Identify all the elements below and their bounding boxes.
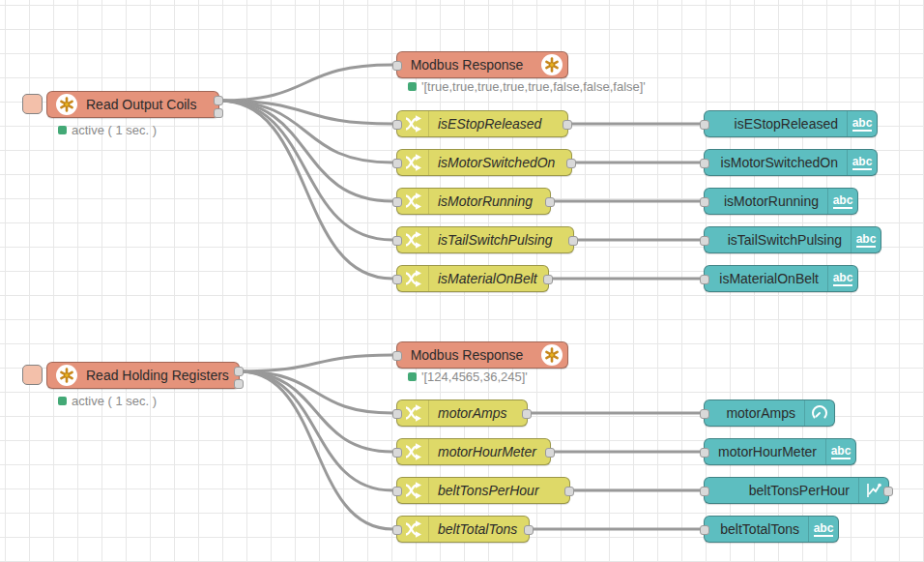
flow-canvas[interactable]: Read Output Coils active ( 1 sec. ) Modb… xyxy=(0,0,924,562)
status-dot xyxy=(58,126,67,134)
node-change-isMotorSwitchedOn[interactable]: isMotorSwitchedOn xyxy=(396,149,572,176)
modbus-flower-icon xyxy=(541,54,563,75)
modbus-flower-icon xyxy=(541,344,563,366)
output-port[interactable] xyxy=(883,487,893,496)
output-port[interactable] xyxy=(543,275,553,284)
node-ui-isEStopReleased[interactable]: isEStopReleased abc xyxy=(704,110,878,137)
output-port-2[interactable] xyxy=(214,108,223,118)
input-port[interactable] xyxy=(700,448,709,458)
modbus-flower-icon xyxy=(56,365,77,386)
output-port[interactable] xyxy=(545,197,555,207)
node-change-isTailSwitchPulsing[interactable]: isTailSwitchPulsing xyxy=(396,226,574,253)
node-status: '[124,4565,36,245]' xyxy=(408,370,528,384)
input-port[interactable] xyxy=(700,487,709,496)
input-port[interactable] xyxy=(392,487,402,496)
output-port[interactable] xyxy=(568,236,578,246)
input-port[interactable] xyxy=(392,159,402,168)
output-port-1[interactable] xyxy=(234,367,244,376)
input-port[interactable] xyxy=(392,525,402,535)
inject-button[interactable] xyxy=(22,365,43,385)
status-text: '[true,true,true,true,true,false,false,f… xyxy=(421,79,646,94)
input-port[interactable] xyxy=(392,197,402,207)
gauge-icon xyxy=(804,400,834,426)
node-status: '[true,true,true,true,true,false,false,f… xyxy=(408,79,646,94)
node-modbus-response-coils[interactable]: Modbus Response xyxy=(396,51,568,78)
input-port[interactable] xyxy=(700,525,709,535)
status-dot xyxy=(58,397,67,405)
input-port[interactable] xyxy=(392,61,402,71)
input-port[interactable] xyxy=(392,275,402,284)
input-port[interactable] xyxy=(700,159,709,168)
input-port[interactable] xyxy=(392,120,402,130)
node-change-beltTotalTons[interactable]: beltTotalTons xyxy=(396,516,530,543)
node-ui-motorAmps[interactable]: motorAmps xyxy=(704,399,835,427)
node-change-motorAmps[interactable]: motorAmps xyxy=(396,399,528,427)
node-ui-isMaterialOnBelt[interactable]: isMaterialOnBelt abc xyxy=(704,265,858,292)
input-port[interactable] xyxy=(700,120,709,130)
wire[interactable] xyxy=(240,371,392,490)
node-change-beltTonsPerHour[interactable]: beltTonsPerHour xyxy=(396,477,570,504)
node-ui-isMotorSwitchedOn[interactable]: isMotorSwitchedOn abc xyxy=(704,149,878,176)
output-port[interactable] xyxy=(522,409,532,419)
node-ui-beltTonsPerHour[interactable]: beltTonsPerHour xyxy=(704,477,889,504)
node-read-holding-registers[interactable]: Read Holding Registers xyxy=(46,362,240,389)
output-port[interactable] xyxy=(566,159,576,168)
node-change-motorHourMeter[interactable]: motorHourMeter xyxy=(396,438,551,465)
status-dot xyxy=(408,82,417,91)
status-text: active ( 1 sec. ) xyxy=(72,123,157,137)
node-modbus-response-registers[interactable]: Modbus Response xyxy=(396,341,568,369)
node-ui-beltTotalTons[interactable]: beltTotalTons abc xyxy=(704,516,839,543)
input-port[interactable] xyxy=(700,236,709,246)
wire[interactable] xyxy=(219,101,392,240)
node-read-output-coils[interactable]: Read Output Coils xyxy=(46,91,219,118)
output-port[interactable] xyxy=(564,487,574,496)
inject-button[interactable] xyxy=(22,94,43,114)
abc-text-icon: abc xyxy=(808,517,838,542)
abc-text-icon: abc xyxy=(827,189,857,214)
output-port[interactable] xyxy=(524,525,534,535)
abc-text-icon: abc xyxy=(847,150,877,175)
output-port-1[interactable] xyxy=(214,96,223,105)
input-port[interactable] xyxy=(700,409,709,419)
abc-text-icon: abc xyxy=(825,439,855,464)
input-port[interactable] xyxy=(392,448,402,458)
abc-text-icon: abc xyxy=(827,266,857,291)
wire[interactable] xyxy=(219,101,392,279)
node-change-isEStopReleased[interactable]: isEStopReleased xyxy=(396,110,568,137)
wire[interactable] xyxy=(240,355,392,371)
abc-text-icon: abc xyxy=(851,227,881,252)
input-port[interactable] xyxy=(392,351,402,361)
status-dot xyxy=(408,372,417,381)
input-port[interactable] xyxy=(392,409,402,419)
node-status: active ( 1 sec. ) xyxy=(58,123,157,137)
node-ui-isMotorRunning[interactable]: isMotorRunning abc xyxy=(704,188,858,215)
node-ui-motorHourMeter[interactable]: motorHourMeter abc xyxy=(704,438,856,465)
input-port[interactable] xyxy=(700,197,709,207)
modbus-flower-icon xyxy=(56,94,77,115)
output-port[interactable] xyxy=(545,448,555,458)
status-text: '[124,4565,36,245]' xyxy=(421,370,528,384)
output-port-2[interactable] xyxy=(234,379,244,389)
node-ui-isTailSwitchPulsing[interactable]: isTailSwitchPulsing abc xyxy=(704,226,881,253)
node-change-isMotorRunning[interactable]: isMotorRunning xyxy=(396,188,551,215)
node-status: active ( 1 sec. ) xyxy=(58,394,157,408)
abc-text-icon: abc xyxy=(847,111,877,136)
status-text: active ( 1 sec. ) xyxy=(72,394,157,408)
output-port[interactable] xyxy=(563,120,572,130)
node-change-isMaterialOnBelt[interactable]: isMaterialOnBelt xyxy=(396,265,549,292)
input-port[interactable] xyxy=(392,236,402,246)
input-port[interactable] xyxy=(700,275,709,284)
wire[interactable] xyxy=(219,65,392,101)
